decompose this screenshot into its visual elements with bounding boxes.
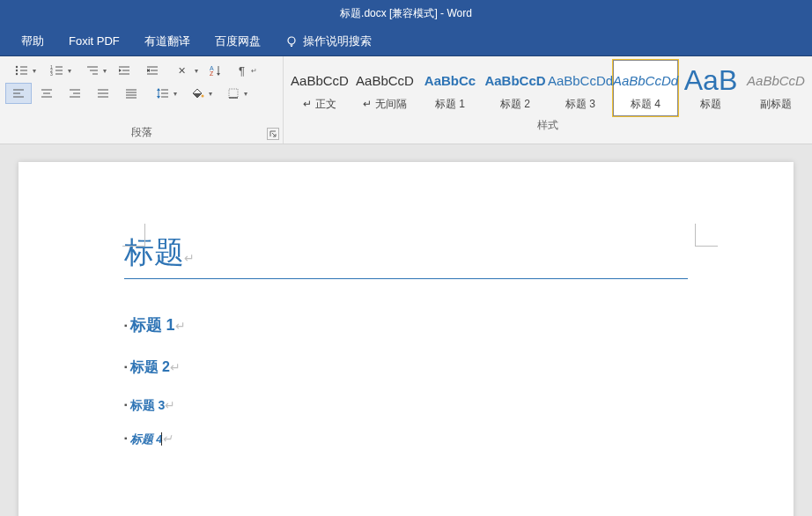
- asian-layout-button[interactable]: ✕▾: [167, 60, 201, 81]
- align-right-button[interactable]: [62, 83, 88, 104]
- align-left-button[interactable]: [5, 83, 32, 104]
- pilcrow-icon: ↵: [175, 319, 186, 333]
- style-item-标题1[interactable]: AaBbCc标题 1: [417, 60, 483, 116]
- pilcrow-icon: ↵: [170, 360, 181, 374]
- style-name-label: 标题 1: [435, 97, 465, 112]
- style-name-label: 副标题: [760, 97, 792, 112]
- style-item-标题4[interactable]: AaBbCcDd标题 4: [613, 60, 678, 116]
- borders-button[interactable]: ▾: [217, 83, 250, 104]
- heading-1-line[interactable]: ▪标题 1↵: [124, 314, 688, 335]
- style-name-label: 标题: [700, 97, 721, 112]
- increase-indent-button[interactable]: [139, 60, 166, 81]
- bullet-dot-icon: ▪: [124, 400, 128, 409]
- svg-point-3: [16, 66, 18, 68]
- align-center-button[interactable]: [33, 83, 60, 104]
- svg-point-0: [288, 37, 295, 44]
- style-item-正文[interactable]: AaBbCcD↵ 正文: [287, 60, 352, 116]
- svg-text:Z: Z: [210, 70, 214, 77]
- bullet-dot-icon: ▪: [124, 362, 128, 372]
- numbering-button[interactable]: 123▾: [41, 60, 74, 81]
- style-preview: AaBbCcD: [484, 65, 545, 97]
- distributed-button[interactable]: [118, 83, 144, 104]
- style-name-label: 标题 3: [565, 97, 595, 112]
- bullets-button[interactable]: ▾: [5, 60, 39, 81]
- style-name-label: ↵ 正文: [303, 97, 336, 112]
- svg-point-55: [202, 95, 204, 98]
- tab-help[interactable]: 帮助: [9, 26, 56, 56]
- ribbon: ▾ 123▾ ▾ ✕▾ AZ ¶↵ ▾ ▾ ▾ 段落: [0, 56, 812, 144]
- heading-3-line[interactable]: ▪标题 3↵: [124, 398, 688, 414]
- tab-foxit-pdf[interactable]: Foxit PDF: [56, 26, 132, 56]
- group-label-styles: 样式: [284, 116, 812, 136]
- style-item-标题[interactable]: AaB标题: [678, 60, 743, 116]
- bullet-dot-icon: ▪: [124, 321, 128, 330]
- shading-button[interactable]: ▾: [181, 83, 215, 104]
- svg-marker-19: [119, 69, 122, 72]
- style-name-label: 标题 4: [631, 97, 661, 112]
- style-preview: AaB: [684, 65, 737, 97]
- page[interactable]: 标题↵ ▪标题 1↵ ▪标题 2↵ ▪标题 3↵ ▪标题 4↵: [18, 162, 794, 516]
- style-item-副标题[interactable]: AaBbCcD副标题: [743, 60, 808, 116]
- svg-text:3: 3: [50, 71, 53, 77]
- style-preview: AaBbCcD: [747, 65, 805, 97]
- svg-marker-31: [217, 73, 220, 76]
- document-canvas[interactable]: 标题↵ ▪标题 1↵ ▪标题 2↵ ▪标题 3↵ ▪标题 4↵: [0, 144, 812, 516]
- window-title: 标题.docx [兼容模式] - Word: [340, 6, 472, 21]
- heading-2-line[interactable]: ▪标题 2↵: [124, 358, 688, 377]
- style-preview: AaBbCcDd: [613, 65, 678, 97]
- svg-marker-53: [157, 88, 160, 91]
- margin-corner-tr: [695, 224, 718, 247]
- title-bar: 标题.docx [兼容模式] - Word: [0, 0, 812, 26]
- style-item-标题2[interactable]: AaBbCcD标题 2: [483, 60, 548, 116]
- style-item-标题3[interactable]: AaBbCcDd标题 3: [548, 60, 613, 116]
- show-paragraph-marks-button[interactable]: ¶↵: [231, 60, 257, 81]
- pilcrow-icon: ↵: [184, 251, 195, 265]
- style-item-无间隔[interactable]: AaBbCcD↵ 无间隔: [352, 60, 417, 116]
- svg-text:¶: ¶: [239, 64, 245, 77]
- svg-text:✕: ✕: [178, 65, 186, 76]
- ribbon-tabbar: 帮助 Foxit PDF 有道翻译 百度网盘 操作说明搜索: [0, 26, 812, 56]
- paragraph-dialog-launcher[interactable]: [267, 128, 279, 140]
- line-spacing-button[interactable]: ▾: [146, 83, 180, 104]
- justify-button[interactable]: [90, 83, 116, 104]
- style-name-label: ↵ 无间隔: [363, 97, 406, 112]
- style-preview: AaBbCc: [424, 65, 476, 97]
- lightbulb-icon: [285, 35, 298, 48]
- tab-youdao-translate[interactable]: 有道翻译: [132, 26, 203, 56]
- svg-point-7: [16, 73, 18, 75]
- style-name-label: 标题 2: [500, 97, 530, 112]
- style-preview: AaBbCcD: [356, 65, 414, 97]
- doc-title-line[interactable]: 标题↵: [124, 232, 688, 279]
- group-paragraph: ▾ 123▾ ▾ ✕▾ AZ ¶↵ ▾ ▾ ▾ 段落: [0, 56, 284, 144]
- svg-rect-56: [229, 89, 238, 98]
- tab-baidu-netdisk[interactable]: 百度网盘: [203, 26, 273, 56]
- svg-marker-54: [157, 96, 160, 99]
- group-label-paragraph: 段落: [0, 123, 283, 144]
- bullet-dot-icon: ▪: [124, 433, 128, 443]
- sort-button[interactable]: AZ: [203, 60, 229, 81]
- decrease-indent-button[interactable]: [111, 60, 137, 81]
- style-preview: AaBbCcD: [291, 65, 349, 97]
- svg-point-5: [16, 70, 18, 71]
- heading-4-line[interactable]: ▪标题 4↵: [124, 431, 688, 447]
- multilevel-list-button[interactable]: ▾: [76, 60, 109, 81]
- margin-corner-tl: [122, 224, 145, 247]
- pilcrow-icon: ↵: [165, 398, 175, 412]
- group-styles: AaBbCcD↵ 正文AaBbCcD↵ 无间隔AaBbCc标题 1AaBbCcD…: [284, 56, 812, 144]
- pilcrow-icon: ↵: [162, 431, 173, 446]
- tell-me-search[interactable]: 操作说明搜索: [273, 26, 384, 56]
- style-preview: AaBbCcDd: [548, 65, 613, 97]
